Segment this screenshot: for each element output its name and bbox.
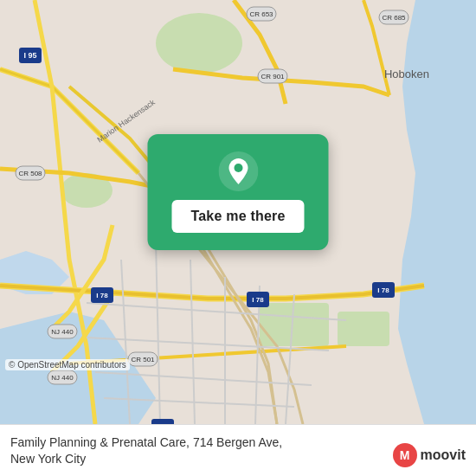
svg-text:CR 653: CR 653 [249, 10, 273, 18]
svg-point-46 [234, 164, 242, 172]
moovit-m-letter: M [400, 448, 410, 462]
svg-text:NJ 440: NJ 440 [51, 374, 74, 382]
map-container: I 95 CR 508 CR 653 CR 685 CR 901 I 78 I … [0, 0, 476, 424]
svg-text:CR 508: CR 508 [18, 170, 42, 177]
svg-text:Hoboken: Hoboken [384, 68, 429, 80]
moovit-brand-text: moovit [421, 447, 466, 463]
attribution-text: © OpenStreetMap contributors [9, 360, 126, 370]
address-line2: New York City [10, 452, 86, 466]
svg-text:NJ 440: NJ 440 [51, 328, 74, 336]
svg-text:CR 901: CR 901 [261, 73, 285, 80]
svg-point-6 [156, 13, 242, 74]
address-line1: Family Planning & Prenatal Care, 714 Ber… [10, 435, 282, 449]
moovit-m-icon: M [393, 443, 417, 467]
popup-card: Take me there [147, 134, 328, 250]
svg-text:I 78: I 78 [96, 292, 108, 299]
take-me-there-button[interactable]: Take me there [171, 200, 304, 233]
svg-rect-5 [338, 312, 389, 346]
svg-text:CR 685: CR 685 [382, 14, 406, 22]
svg-text:I 78: I 78 [252, 296, 264, 304]
svg-text:CR 501: CR 501 [131, 356, 155, 363]
svg-text:I 78: I 78 [377, 286, 389, 294]
location-pin-icon [218, 151, 258, 191]
info-bar: Family Planning & Prenatal Care, 714 Ber… [0, 424, 476, 476]
moovit-logo: M moovit [393, 443, 466, 467]
map-attribution: © OpenStreetMap contributors [5, 359, 130, 370]
svg-text:I 95: I 95 [23, 51, 36, 60]
svg-rect-4 [260, 303, 329, 346]
